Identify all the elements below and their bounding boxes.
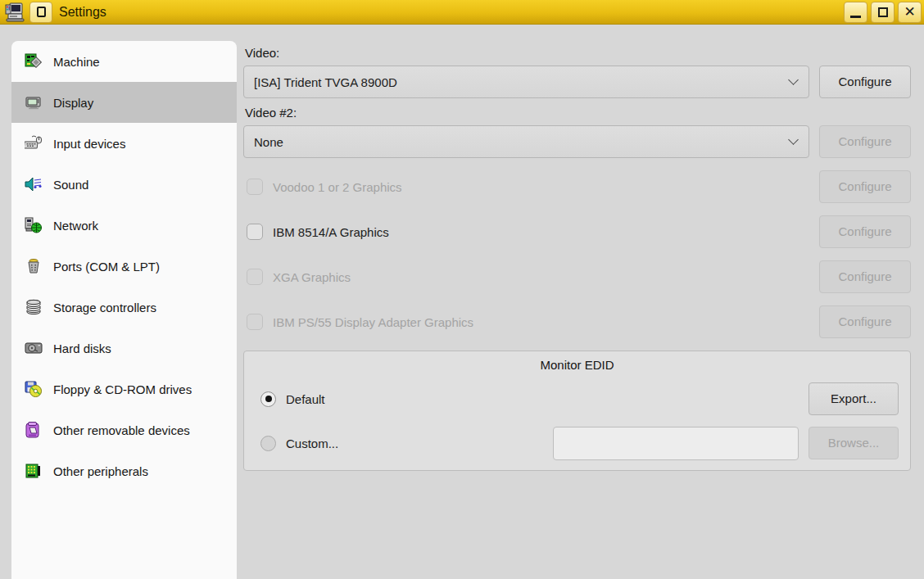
sidebar-item-display[interactable]: Display bbox=[11, 82, 237, 123]
sidebar-item-label: Ports (COM & LPT) bbox=[53, 260, 160, 274]
ps55-checkbox bbox=[247, 314, 263, 330]
ps55-row: IBM PS/55 Display Adapter Graphics Confi… bbox=[243, 305, 911, 338]
maximize-button[interactable] bbox=[871, 2, 895, 23]
edid-custom-row: Custom... Browse... bbox=[256, 427, 899, 459]
xga-checkbox bbox=[247, 269, 263, 285]
sound-icon bbox=[25, 175, 43, 193]
maximize-icon bbox=[878, 7, 888, 17]
video2-label: Video #2: bbox=[245, 106, 911, 120]
edid-custom-path-input[interactable] bbox=[553, 427, 799, 460]
minimize-button[interactable] bbox=[844, 2, 867, 23]
settings-content: Machine Display bbox=[0, 25, 924, 579]
settings-window: Settings ✕ Mach bbox=[0, 0, 924, 579]
sidebar-item-label: Storage controllers bbox=[53, 301, 156, 314]
display-settings-panel: Video: [ISA] Trident TVGA 8900D Configur… bbox=[237, 41, 924, 579]
floppy-cdrom-icon bbox=[25, 380, 43, 398]
video2-select-value: None bbox=[254, 135, 790, 149]
edid-default-label: Default bbox=[286, 392, 325, 406]
peripherals-icon bbox=[25, 462, 43, 480]
sidebar-item-network[interactable]: Network bbox=[11, 205, 237, 246]
edid-default-option[interactable]: Default bbox=[256, 391, 808, 407]
edid-default-radio[interactable] bbox=[260, 391, 276, 407]
sidebar-item-sound[interactable]: Sound bbox=[11, 164, 237, 205]
sidebar-item-storage-controllers[interactable]: Storage controllers bbox=[11, 287, 237, 328]
voodoo-configure-button: Configure bbox=[819, 170, 911, 203]
storage-controllers-icon bbox=[25, 298, 43, 316]
sidebar-item-ports[interactable]: Ports (COM & LPT) bbox=[11, 246, 237, 287]
app-86box-icon bbox=[3, 2, 25, 23]
sidebar-item-label: Other peripherals bbox=[53, 464, 148, 478]
xga-configure-button: Configure bbox=[819, 260, 911, 293]
edid-custom-label: Custom... bbox=[286, 437, 338, 450]
window-title: Settings bbox=[59, 5, 844, 20]
video-label: Video: bbox=[245, 46, 911, 60]
hard-disks-icon bbox=[25, 339, 43, 357]
voodoo-checkbox bbox=[247, 179, 263, 195]
xga-row: XGA Graphics Configure bbox=[243, 260, 911, 293]
ibm8514-configure-button: Configure bbox=[819, 215, 911, 248]
edid-custom-option[interactable]: Custom... bbox=[256, 436, 553, 451]
ibm8514-row: IBM 8514/A Graphics Configure bbox=[243, 215, 911, 248]
sidebar-item-input-devices[interactable]: Input devices bbox=[11, 123, 237, 164]
ports-icon bbox=[25, 257, 43, 275]
close-icon: ✕ bbox=[904, 5, 915, 19]
video2-select[interactable]: None bbox=[243, 125, 809, 158]
sidebar-item-machine[interactable]: Machine bbox=[11, 41, 237, 82]
machine-icon bbox=[25, 52, 43, 70]
voodoo-label: Voodoo 1 or 2 Graphics bbox=[273, 180, 402, 194]
sidebar-item-label: Input devices bbox=[53, 137, 125, 151]
sidebar-item-label: Network bbox=[53, 219, 98, 233]
sidebar-item-other-peripherals[interactable]: Other peripherals bbox=[11, 450, 237, 491]
ibm8514-label: IBM 8514/A Graphics bbox=[273, 225, 389, 239]
sidebar-item-label: Floppy & CD-ROM drives bbox=[53, 382, 192, 396]
chevron-down-icon bbox=[788, 75, 799, 85]
sidebar-item-label: Hard disks bbox=[53, 342, 111, 355]
video-select[interactable]: [ISA] Trident TVGA 8900D bbox=[243, 66, 809, 98]
sidebar-item-label: Sound bbox=[53, 178, 88, 192]
voodoo-row: Voodoo 1 or 2 Graphics Configure bbox=[243, 170, 911, 203]
category-sidebar: Machine Display bbox=[11, 41, 237, 579]
ibm8514-checkbox[interactable] bbox=[247, 224, 263, 240]
video2-configure-button: Configure bbox=[819, 125, 911, 158]
edid-default-row: Default Export... bbox=[256, 382, 899, 415]
display-icon bbox=[25, 93, 43, 111]
edid-export-button[interactable]: Export... bbox=[808, 382, 899, 415]
sidebar-item-removable-devices[interactable]: Other removable devices bbox=[11, 409, 237, 450]
close-button[interactable]: ✕ bbox=[898, 2, 922, 23]
ps55-configure-button: Configure bbox=[819, 305, 911, 338]
removable-devices-icon bbox=[25, 421, 43, 439]
monitor-edid-title: Monitor EDID bbox=[256, 358, 899, 372]
titlebar[interactable]: Settings ✕ bbox=[0, 0, 924, 25]
video-configure-button[interactable]: Configure bbox=[819, 66, 911, 98]
edid-custom-radio[interactable] bbox=[260, 436, 276, 451]
monitor-edid-group: Monitor EDID Default Export... Custom...… bbox=[243, 351, 911, 471]
window-menu-icon[interactable] bbox=[29, 2, 52, 23]
input-devices-icon bbox=[25, 134, 43, 152]
edid-browse-button: Browse... bbox=[808, 427, 899, 459]
sidebar-item-label: Display bbox=[53, 96, 93, 110]
ps55-label: IBM PS/55 Display Adapter Graphics bbox=[273, 315, 473, 329]
sidebar-item-label: Other removable devices bbox=[53, 423, 190, 437]
xga-label: XGA Graphics bbox=[273, 270, 351, 284]
network-icon bbox=[25, 216, 43, 234]
video-select-value: [ISA] Trident TVGA 8900D bbox=[254, 75, 790, 89]
chevron-down-icon bbox=[788, 134, 799, 145]
sidebar-item-label: Machine bbox=[53, 55, 100, 69]
sidebar-item-hard-disks[interactable]: Hard disks bbox=[11, 328, 237, 369]
sidebar-item-floppy-cdrom[interactable]: Floppy & CD-ROM drives bbox=[11, 369, 237, 409]
minimize-icon bbox=[850, 16, 861, 18]
